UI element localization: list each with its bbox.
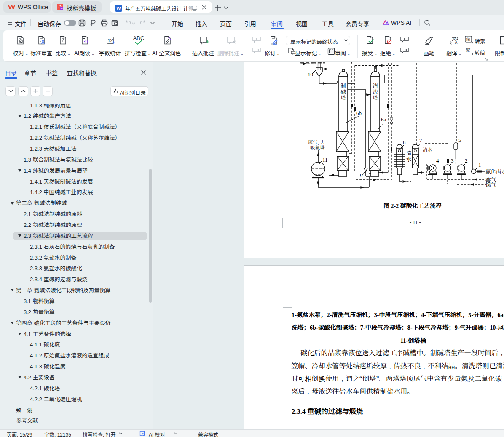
svg-text:9: 9 [360, 172, 363, 179]
svg-text:塔: 塔 [340, 95, 346, 101]
svg-text:5: 5 [458, 137, 461, 143]
svg-text:11: 11 [322, 157, 328, 163]
svg-text:7: 7 [419, 137, 422, 144]
svg-text:繁: 繁 [466, 48, 471, 53]
svg-text:6b: 6b [356, 110, 362, 116]
svg-text:清水: 清水 [423, 147, 432, 152]
svg-text:尾气, 去: 尾气, 去 [308, 140, 325, 145]
svg-text:3: 3 [451, 157, 454, 164]
svg-text:A: A [455, 40, 458, 45]
svg-text:1: 1 [478, 162, 481, 168]
svg-text:4: 4 [436, 157, 439, 164]
svg-text:氨化卤水: 氨化卤水 [485, 168, 504, 175]
svg-text:洗: 洗 [373, 89, 378, 95]
svg-text:碱: 碱 [340, 89, 346, 95]
svg-text:10: 10 [308, 71, 313, 77]
svg-text:AI: AI [61, 7, 63, 10]
svg-text:吸氨塔: 吸氨塔 [310, 145, 325, 150]
svg-text:制: 制 [340, 83, 346, 89]
svg-text:清: 清 [406, 150, 412, 156]
svg-text:W: W [117, 6, 121, 11]
svg-text:8: 8 [403, 139, 406, 145]
svg-text:塔: 塔 [373, 95, 378, 101]
svg-text:锅气: 锅气 [485, 182, 496, 188]
svg-text:12: 12 [107, 38, 113, 43]
svg-text:6a: 6a [381, 116, 386, 123]
svg-text:2: 2 [465, 157, 468, 164]
svg-text:清: 清 [373, 83, 378, 89]
svg-text:水: 水 [406, 157, 412, 163]
svg-text:简: 简 [466, 36, 471, 42]
